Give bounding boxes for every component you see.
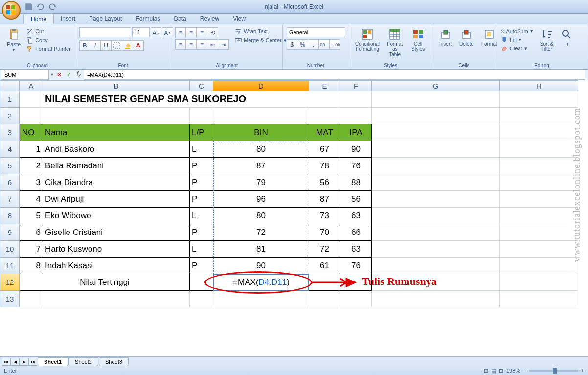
cell[interactable]: P	[190, 191, 213, 208]
row-header[interactable]: 7	[0, 191, 20, 208]
find-button[interactable]: Fi	[560, 27, 573, 47]
row-header[interactable]: 6	[0, 174, 20, 191]
cell-footer-label[interactable]: Nilai Tertinggi	[20, 274, 190, 291]
copy-button[interactable]: Copy	[25, 36, 72, 44]
font-name-select[interactable]	[79, 27, 131, 37]
increase-indent-button[interactable]: ⇥	[218, 39, 229, 50]
paste-button[interactable]: Paste ▼	[4, 27, 23, 53]
cell[interactable]: Harto Kuswono	[43, 241, 190, 258]
col-header[interactable]: H	[500, 80, 578, 91]
sheet-nav-next[interactable]: ▶	[20, 358, 28, 366]
cell[interactable]	[372, 258, 500, 274]
tab-view[interactable]: View	[226, 14, 252, 24]
sheet-tab-1[interactable]: Sheet1	[38, 357, 68, 366]
cell[interactable]	[500, 274, 578, 291]
cell[interactable]: P	[190, 258, 213, 274]
orientation-button[interactable]: ⟲	[207, 27, 218, 38]
cell[interactable]: 87	[213, 158, 309, 174]
tab-page-layout[interactable]: Page Layout	[82, 14, 129, 24]
merge-center-button[interactable]: Merge & Center ▾	[234, 36, 288, 44]
increase-decimal-button[interactable]: .00→	[319, 39, 330, 50]
cell[interactable]	[372, 274, 500, 291]
cell[interactable]: 72	[213, 224, 309, 241]
view-layout-icon[interactable]: ▤	[491, 368, 496, 374]
delete-cells-button[interactable]: Delete	[456, 27, 476, 47]
col-header[interactable]: D	[213, 80, 309, 91]
col-header[interactable]: A	[20, 80, 43, 91]
tab-home[interactable]: Home	[23, 14, 54, 24]
tab-formulas[interactable]: Formulas	[129, 14, 167, 24]
cell[interactable]: 80	[213, 208, 309, 224]
cell[interactable]	[340, 274, 372, 291]
cell[interactable]: 63	[340, 241, 372, 258]
cell[interactable]: 61	[309, 258, 340, 274]
cell[interactable]	[190, 274, 213, 291]
cell-styles-button[interactable]: Cell Styles	[408, 27, 428, 53]
cell[interactable]	[372, 158, 500, 174]
row-header[interactable]: 5	[0, 158, 20, 174]
cell[interactable]	[500, 124, 578, 141]
cell[interactable]: P	[190, 174, 213, 191]
cell[interactable]	[340, 91, 372, 108]
cell[interactable]	[500, 158, 578, 174]
cell[interactable]: P	[190, 158, 213, 174]
number-format-select[interactable]	[287, 27, 345, 37]
zoom-level[interactable]: 198%	[506, 368, 520, 374]
cell[interactable]: Indah Kasasi	[43, 258, 190, 274]
cell[interactable]: Andi Baskoro	[43, 141, 190, 158]
zoom-slider[interactable]	[529, 370, 578, 372]
cell[interactable]: 81	[213, 241, 309, 258]
cell[interactable]: Dwi Aripuji	[43, 191, 190, 208]
grow-font-button[interactable]: A▲	[151, 27, 161, 38]
cell[interactable]: 3	[20, 174, 43, 191]
fx-button[interactable]: fx	[74, 70, 84, 80]
cell[interactable]	[309, 108, 340, 124]
row-header[interactable]: 12	[0, 274, 20, 291]
tab-data[interactable]: Data	[167, 14, 193, 24]
sheet-nav-last[interactable]: ⏭	[28, 358, 37, 366]
cell[interactable]	[372, 124, 500, 141]
cell[interactable]	[500, 208, 578, 224]
cell[interactable]: 72	[309, 241, 340, 258]
save-icon[interactable]	[24, 2, 33, 11]
cell[interactable]: 56	[340, 191, 372, 208]
cell[interactable]	[190, 291, 213, 307]
row-header[interactable]: 9	[0, 224, 20, 241]
format-painter-button[interactable]: Format Painter	[25, 45, 72, 53]
insert-cells-button[interactable]: Insert	[436, 27, 454, 47]
row-header[interactable]: 1	[0, 91, 20, 108]
sheet-tab-3[interactable]: Sheet3	[99, 357, 129, 366]
conditional-formatting-button[interactable]: Conditional Formatting	[353, 27, 382, 53]
align-middle-button[interactable]: ≡	[186, 27, 197, 38]
cell[interactable]: 63	[340, 208, 372, 224]
cell[interactable]: 87	[309, 191, 340, 208]
cut-button[interactable]: Cut	[25, 27, 72, 35]
sheet-nav-prev[interactable]: ◀	[11, 358, 20, 366]
cell[interactable]: Giselle Cristiani	[43, 224, 190, 241]
align-bottom-button[interactable]: ≡	[197, 27, 207, 38]
cell[interactable]	[340, 108, 372, 124]
cell[interactable]: 4	[20, 191, 43, 208]
cell[interactable]: 73	[309, 208, 340, 224]
cell[interactable]: 7	[20, 241, 43, 258]
enter-formula-button[interactable]: ✓	[64, 70, 74, 80]
cell-header-nama[interactable]: Nama	[43, 124, 190, 141]
wrap-text-button[interactable]: Wrap Text	[234, 27, 288, 35]
align-left-button[interactable]: ≡	[175, 39, 186, 50]
cell[interactable]	[372, 224, 500, 241]
cell[interactable]: Cika Diandra	[43, 174, 190, 191]
cell[interactable]: 96	[213, 191, 309, 208]
cell[interactable]	[43, 108, 190, 124]
cell[interactable]: L	[190, 208, 213, 224]
cancel-formula-button[interactable]: ✕	[54, 70, 64, 80]
autosum-button[interactable]: Σ AutoSum ▾	[500, 27, 534, 35]
row-header[interactable]: 11	[0, 258, 20, 274]
comma-button[interactable]: ,	[308, 39, 319, 50]
cell[interactable]	[372, 91, 500, 108]
cell[interactable]: L	[190, 241, 213, 258]
row-header[interactable]: 2	[0, 108, 20, 124]
cell-header-ipa[interactable]: IPA	[340, 124, 372, 141]
percent-button[interactable]: %	[297, 39, 308, 50]
cell[interactable]	[500, 258, 578, 274]
cell[interactable]: L	[190, 141, 213, 158]
